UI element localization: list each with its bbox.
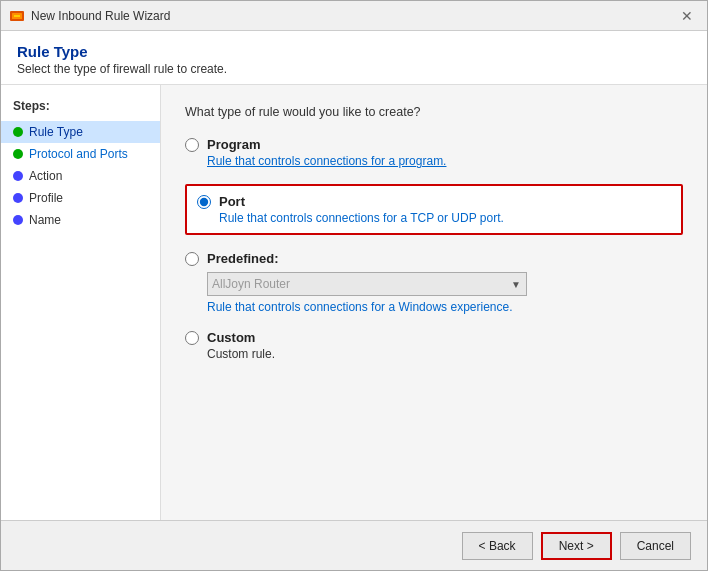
predefined-radio[interactable] (185, 252, 199, 266)
program-desc: Rule that controls connections for a pro… (207, 154, 683, 168)
sidebar-item-action: Action (1, 165, 160, 187)
wizard-window: New Inbound Rule Wizard ✕ Rule Type Sele… (0, 0, 708, 571)
custom-radio[interactable] (185, 331, 199, 345)
footer: < Back Next > Cancel (1, 520, 707, 570)
dot-icon-action (13, 171, 23, 181)
predefined-label: Predefined: (207, 251, 279, 266)
main-content: Steps: Rule Type Protocol and Ports Acti… (1, 85, 707, 520)
content-question: What type of rule would you like to crea… (185, 105, 683, 119)
port-radio[interactable] (197, 195, 211, 209)
title-bar-left: New Inbound Rule Wizard (9, 8, 170, 24)
custom-option-header: Custom (185, 330, 683, 345)
dot-icon-rule-type (13, 127, 23, 137)
sidebar-label-name: Name (29, 213, 61, 227)
cancel-button[interactable]: Cancel (620, 532, 691, 560)
sidebar-label-rule-type: Rule Type (29, 125, 83, 139)
sidebar-label-protocol-ports: Protocol and Ports (29, 147, 128, 161)
title-bar-text: New Inbound Rule Wizard (31, 9, 170, 23)
sidebar-item-name: Name (1, 209, 160, 231)
sidebar-item-rule-type: Rule Type (1, 121, 160, 143)
custom-label: Custom (207, 330, 255, 345)
sidebar-item-profile: Profile (1, 187, 160, 209)
sidebar-label-action: Action (29, 169, 62, 183)
content-area: What type of rule would you like to crea… (161, 85, 707, 520)
page-header: Rule Type Select the type of firewall ru… (1, 31, 707, 85)
port-desc: Rule that controls connections for a TCP… (219, 211, 671, 225)
custom-option: Custom Custom rule. (185, 330, 683, 361)
predefined-option: Predefined: AllJoyn Router ▼ Rule that c… (185, 251, 683, 314)
title-bar: New Inbound Rule Wizard ✕ (1, 1, 707, 31)
predefined-select-wrapper: AllJoyn Router ▼ (207, 272, 527, 296)
sidebar-label-profile: Profile (29, 191, 63, 205)
custom-desc: Custom rule. (207, 347, 683, 361)
sidebar-item-protocol-ports: Protocol and Ports (1, 143, 160, 165)
program-radio[interactable] (185, 138, 199, 152)
predefined-option-header: Predefined: (185, 251, 683, 266)
predefined-desc: Rule that controls connections for a Win… (207, 300, 683, 314)
program-option-header: Program (185, 137, 683, 152)
back-button[interactable]: < Back (462, 532, 533, 560)
next-button[interactable]: Next > (541, 532, 612, 560)
sidebar: Steps: Rule Type Protocol and Ports Acti… (1, 85, 161, 520)
predefined-dropdown[interactable]: AllJoyn Router (207, 272, 527, 296)
dot-icon-profile (13, 193, 23, 203)
firewall-icon (9, 8, 25, 24)
program-option: Program Rule that controls connections f… (185, 137, 683, 168)
predefined-select-row: AllJoyn Router ▼ (207, 272, 683, 296)
port-option-header: Port (197, 194, 671, 209)
svg-rect-2 (14, 15, 20, 17)
page-subtitle: Select the type of firewall rule to crea… (17, 62, 691, 76)
program-label: Program (207, 137, 260, 152)
close-button[interactable]: ✕ (675, 7, 699, 25)
page-title: Rule Type (17, 43, 691, 60)
dot-icon-protocol-ports (13, 149, 23, 159)
port-label: Port (219, 194, 245, 209)
sidebar-steps-label: Steps: (1, 95, 160, 121)
dot-icon-name (13, 215, 23, 225)
port-option-box: Port Rule that controls connections for … (185, 184, 683, 235)
